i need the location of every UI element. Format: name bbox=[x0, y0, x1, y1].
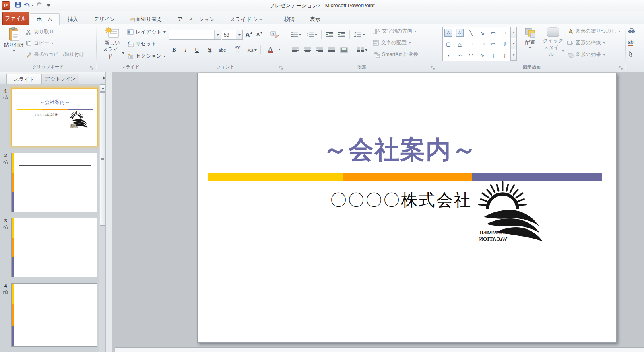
justify-button[interactable] bbox=[326, 45, 337, 55]
shape-arrow[interactable]: ↘ bbox=[477, 27, 488, 38]
shape-vertical-text-box[interactable]: A bbox=[456, 29, 464, 37]
text-direction-button[interactable]: A 文字列の方向 bbox=[373, 28, 417, 35]
columns-icon bbox=[357, 47, 364, 53]
gallery-down-icon[interactable]: ▼ bbox=[511, 38, 517, 49]
shape-triangle[interactable]: △ bbox=[454, 38, 465, 49]
shape-effects-button[interactable]: 図形の効果 bbox=[567, 51, 605, 58]
shape-freeform[interactable]: ◗ bbox=[443, 49, 454, 61]
find-button[interactable] bbox=[628, 28, 635, 33]
tab-insert[interactable]: 挿入 bbox=[61, 13, 85, 25]
shape-elbow-connector[interactable]: L bbox=[465, 38, 477, 49]
shape-text-box[interactable]: A bbox=[444, 29, 452, 37]
shape-line[interactable]: ╲ bbox=[465, 27, 477, 38]
shape-oval[interactable]: ○ bbox=[499, 27, 510, 38]
underline-button[interactable]: U bbox=[192, 45, 202, 55]
panel-tab-outline[interactable]: アウトライン bbox=[41, 74, 79, 84]
character-spacing-button[interactable]: AV↔ bbox=[231, 44, 244, 54]
shape-elbow-arrow-connector[interactable]: L bbox=[477, 38, 488, 49]
shape-rounded-rectangle[interactable]: ▢ bbox=[443, 38, 454, 49]
slide-thumbnail-2[interactable] bbox=[11, 153, 97, 212]
gallery-more-icon[interactable]: ⊽ bbox=[511, 49, 517, 61]
undo-icon[interactable] bbox=[23, 2, 34, 9]
tab-view[interactable]: 表示 bbox=[303, 13, 327, 25]
shape-right-arrow[interactable]: ⇨ bbox=[488, 38, 499, 49]
clear-formatting-button[interactable]: A bbox=[269, 29, 281, 39]
notes-pane[interactable] bbox=[115, 347, 644, 352]
align-right-button[interactable] bbox=[314, 45, 325, 55]
shape-fill-button[interactable]: 図形の塗りつぶし bbox=[567, 28, 621, 35]
copy-button[interactable]: コピー bbox=[26, 40, 54, 47]
select-button[interactable] bbox=[628, 51, 634, 57]
replace-button[interactable]: ab bbox=[628, 39, 633, 46]
layout-button[interactable]: レイアウト bbox=[127, 29, 166, 35]
line-spacing-button[interactable] bbox=[352, 29, 367, 39]
slide-thumbnail-4[interactable] bbox=[11, 283, 97, 347]
italic-button[interactable]: I bbox=[181, 45, 190, 55]
tab-review[interactable]: 校閲 bbox=[277, 13, 301, 25]
chevron-down-icon[interactable] bbox=[31, 5, 34, 6]
font-color-button[interactable]: A bbox=[264, 44, 277, 54]
chevron-down-icon bbox=[365, 49, 367, 51]
shapes-gallery[interactable]: A A ╲ ↘ ▭ ○ ▢ △ L L ⇨ ⇩ ◗ ∾ ◠ ∿ { } bbox=[442, 27, 511, 61]
shape-down-arrow[interactable]: ⇩ bbox=[499, 38, 510, 49]
align-center-button[interactable] bbox=[302, 45, 313, 55]
tab-file[interactable]: ファイル bbox=[2, 12, 29, 25]
section-button[interactable]: セクション bbox=[127, 53, 166, 60]
cut-button[interactable]: 切り取り bbox=[26, 29, 54, 35]
shape-right-brace[interactable]: } bbox=[499, 49, 510, 61]
paste-button[interactable]: 貼り付け bbox=[3, 26, 25, 63]
dialog-launcher-icon[interactable] bbox=[89, 65, 94, 70]
dialog-launcher-icon[interactable] bbox=[619, 65, 623, 70]
gallery-up-icon[interactable]: ▲ bbox=[511, 27, 517, 38]
strikethrough-button[interactable]: abc bbox=[216, 45, 228, 55]
thumbnails-scrollbar[interactable] bbox=[99, 84, 106, 352]
panel-tab-slides[interactable]: スライド bbox=[6, 74, 42, 84]
scrollbar-thumb[interactable] bbox=[100, 92, 106, 226]
format-painter-button[interactable]: 書式のコピー/貼り付け bbox=[26, 51, 84, 58]
dialog-launcher-icon[interactable] bbox=[431, 65, 436, 70]
save-icon[interactable] bbox=[14, 1, 21, 10]
shape-curve[interactable]: ∿ bbox=[477, 49, 488, 61]
font-size-combobox[interactable]: 58 bbox=[222, 30, 243, 40]
reset-button[interactable]: リセット bbox=[127, 41, 156, 47]
shrink-font-button[interactable]: A▼ bbox=[255, 29, 264, 39]
slide-thumbnail-3[interactable] bbox=[11, 218, 97, 277]
new-slide-button[interactable]: 新しい スライド bbox=[100, 26, 125, 64]
tab-home[interactable]: ホーム bbox=[30, 13, 60, 25]
distribute-button[interactable] bbox=[338, 45, 350, 55]
slide-4-number: 4 bbox=[1, 283, 10, 296]
text-shadow-button[interactable]: S bbox=[205, 45, 215, 55]
tab-design[interactable]: デザイン bbox=[87, 13, 122, 25]
dialog-launcher-icon[interactable] bbox=[279, 65, 284, 70]
increase-indent-button[interactable] bbox=[336, 29, 347, 39]
font-name-combobox[interactable] bbox=[169, 30, 221, 40]
customize-qat-icon[interactable] bbox=[47, 4, 50, 7]
grow-font-button[interactable]: A▲ bbox=[244, 29, 254, 39]
tab-slideshow[interactable]: スライド ショー bbox=[223, 13, 275, 25]
company-logo[interactable] bbox=[475, 180, 546, 242]
arrange-button[interactable]: 配置 bbox=[520, 27, 541, 63]
bullets-button[interactable] bbox=[290, 29, 303, 39]
scroll-up-icon[interactable] bbox=[100, 84, 106, 92]
bold-button[interactable]: B bbox=[169, 45, 179, 55]
convert-smartart-button[interactable]: SmartArt に変換 bbox=[373, 51, 419, 58]
shape-left-brace[interactable]: { bbox=[488, 49, 499, 61]
change-case-button[interactable]: Aa bbox=[246, 45, 258, 55]
powerpoint-app-icon[interactable]: P bbox=[2, 1, 10, 10]
shapes-gallery-scrollbar[interactable]: ▲ ▼ ⊽ bbox=[511, 27, 517, 60]
shape-scribble[interactable]: ∾ bbox=[454, 49, 465, 61]
numbering-button[interactable]: 123 bbox=[305, 29, 319, 39]
align-text-button[interactable]: 文字の配置 bbox=[373, 39, 411, 46]
tab-animations[interactable]: アニメーション bbox=[170, 13, 221, 25]
shape-outline-button[interactable]: 図形の枠線 bbox=[567, 39, 605, 46]
slide-title[interactable]: ～会社案内～ bbox=[198, 133, 603, 167]
columns-button[interactable] bbox=[355, 45, 369, 55]
decrease-indent-button[interactable] bbox=[324, 29, 335, 39]
align-left-button[interactable] bbox=[290, 45, 301, 55]
shape-rectangle[interactable]: ▭ bbox=[488, 27, 499, 38]
shape-arc[interactable]: ◠ bbox=[465, 49, 477, 61]
tab-transitions[interactable]: 画面切り替え bbox=[124, 13, 169, 25]
slide-canvas[interactable]: ～会社案内～ 〇〇〇〇株式会社 bbox=[197, 73, 617, 343]
quick-styles-button[interactable]: クイック スタイル bbox=[541, 27, 565, 63]
slide-thumbnail-1[interactable]: ～会社案内～ 〇〇〇〇株式会社 bbox=[11, 88, 98, 146]
